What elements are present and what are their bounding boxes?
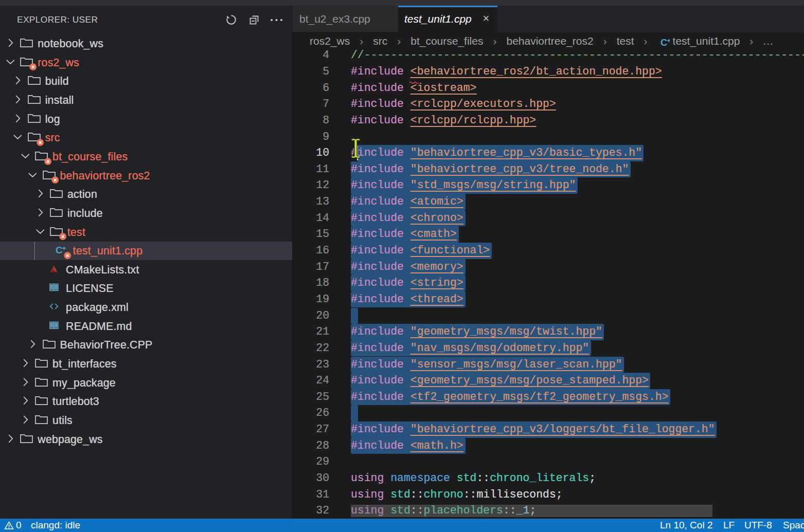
svg-text:C: C (56, 245, 62, 255)
svg-text:C: C (660, 37, 667, 46)
